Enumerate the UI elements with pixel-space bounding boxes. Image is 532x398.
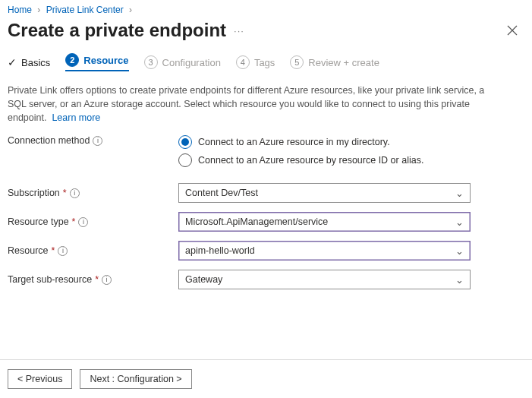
chevron-down-icon: ⌄ (455, 216, 464, 228)
subscription-select[interactable]: Content Dev/Test ⌄ (178, 183, 471, 203)
label-resource-type: Resource type* i (8, 216, 178, 227)
tab-review-create[interactable]: 5 Review + create (290, 55, 379, 69)
breadcrumb-home[interactable]: Home (8, 5, 32, 15)
label-text: Resource (8, 245, 49, 256)
step-circle: 4 (236, 55, 250, 69)
tab-tags[interactable]: 4 Tags (236, 55, 275, 69)
select-value: apim-hello-world (185, 245, 255, 256)
info-icon[interactable]: i (102, 275, 112, 285)
resource-type-select[interactable]: Microsoft.ApiManagement/service ⌄ (178, 212, 471, 232)
chevron-down-icon: ⌄ (455, 245, 464, 257)
description: Private Link offers options to create pr… (0, 79, 508, 135)
learn-more-link[interactable]: Learn more (52, 112, 100, 123)
tab-resource-label: Resource (83, 55, 128, 66)
chevron-down-icon: ⌄ (455, 274, 464, 286)
info-icon[interactable]: i (58, 246, 68, 256)
page-title: Create a private endpoint (8, 20, 226, 41)
next-button[interactable]: Next : Configuration > (80, 369, 191, 389)
check-icon: ✓ (8, 56, 17, 68)
select-value: Gateway (185, 274, 222, 285)
close-icon (507, 25, 518, 36)
chevron-down-icon: ⌄ (455, 188, 464, 199)
radio-icon (178, 153, 192, 167)
label-text: Subscription (8, 188, 60, 198)
label-resource: Resource* i (8, 245, 178, 256)
tab-basics-label: Basics (21, 57, 50, 68)
more-icon[interactable]: ··· (234, 25, 244, 36)
tab-configuration[interactable]: 3 Configuration (144, 55, 221, 69)
connection-method-radios: Connect to an Azure resource in my direc… (178, 135, 423, 167)
step-circle: 5 (290, 55, 304, 69)
label-text: Connection method (8, 135, 90, 146)
tab-tags-label: Tags (254, 57, 275, 68)
select-value: Microsoft.ApiManagement/service (185, 216, 328, 227)
radio-my-directory[interactable]: Connect to an Azure resource in my direc… (178, 135, 423, 149)
resource-select[interactable]: apim-hello-world ⌄ (178, 241, 471, 261)
wizard-tabs: ✓ Basics 2 Resource 3 Configuration 4 Ta… (0, 53, 532, 79)
info-icon[interactable]: i (93, 136, 102, 146)
target-sub-resource-select[interactable]: Gateway ⌄ (178, 270, 471, 289)
radio-icon (178, 135, 192, 149)
info-icon[interactable]: i (78, 217, 88, 227)
label-connection-method: Connection method i (8, 135, 178, 146)
select-value: Content Dev/Test (185, 188, 258, 198)
title-row: Create a private endpoint ··· (0, 17, 532, 53)
previous-button[interactable]: < Previous (8, 369, 72, 389)
radio-label: Connect to an Azure resource by resource… (198, 155, 423, 166)
breadcrumb-private-link-center[interactable]: Private Link Center (46, 5, 124, 15)
tab-configuration-label: Configuration (162, 57, 221, 68)
form-area: Connection method i Connect to an Azure … (0, 135, 532, 290)
breadcrumb: Home › Private Link Center › (0, 0, 532, 17)
label-subscription: Subscription* i (8, 188, 178, 198)
step-circle: 2 (65, 53, 79, 67)
tab-resource[interactable]: 2 Resource (65, 53, 128, 71)
label-text: Resource type (8, 216, 69, 227)
breadcrumb-sep: › (37, 5, 40, 15)
info-icon[interactable]: i (70, 188, 80, 198)
tab-basics[interactable]: ✓ Basics (8, 56, 50, 68)
label-text: Target sub-resource (8, 274, 92, 285)
footer: < Previous Next : Configuration > (0, 359, 532, 398)
breadcrumb-sep: › (129, 5, 132, 15)
radio-resource-id[interactable]: Connect to an Azure resource by resource… (178, 153, 423, 167)
tab-review-label: Review + create (308, 57, 379, 68)
step-circle: 3 (144, 55, 158, 69)
radio-label: Connect to an Azure resource in my direc… (198, 137, 390, 147)
close-button[interactable] (502, 20, 523, 41)
label-target-sub-resource: Target sub-resource* i (8, 274, 178, 285)
